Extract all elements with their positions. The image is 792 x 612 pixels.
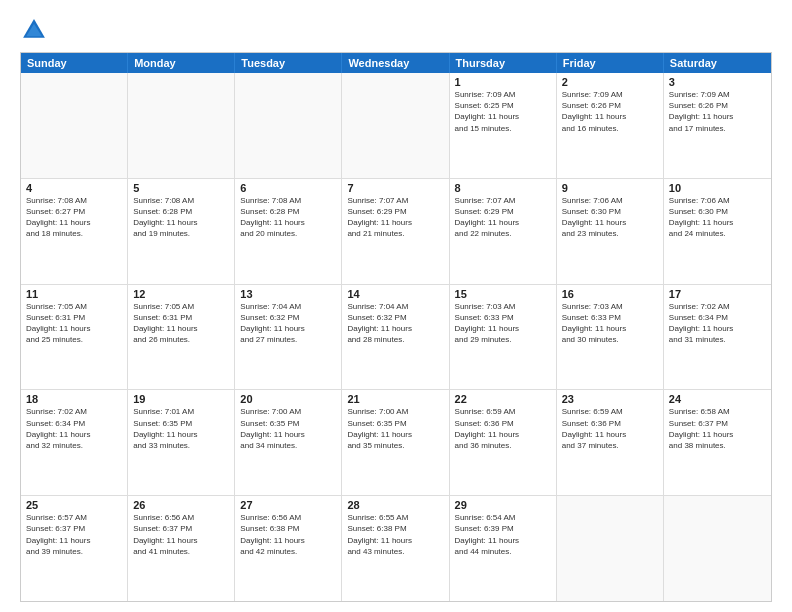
calendar-cell: 7Sunrise: 7:07 AM Sunset: 6:29 PM Daylig…: [342, 179, 449, 284]
calendar-cell: 26Sunrise: 6:56 AM Sunset: 6:37 PM Dayli…: [128, 496, 235, 601]
header: [20, 16, 772, 44]
calendar-cell: 27Sunrise: 6:56 AM Sunset: 6:38 PM Dayli…: [235, 496, 342, 601]
header-day-friday: Friday: [557, 53, 664, 73]
calendar-cell: 6Sunrise: 7:08 AM Sunset: 6:28 PM Daylig…: [235, 179, 342, 284]
calendar-cell: 28Sunrise: 6:55 AM Sunset: 6:38 PM Dayli…: [342, 496, 449, 601]
calendar-row-1: 4Sunrise: 7:08 AM Sunset: 6:27 PM Daylig…: [21, 178, 771, 284]
calendar-cell: 4Sunrise: 7:08 AM Sunset: 6:27 PM Daylig…: [21, 179, 128, 284]
day-number: 1: [455, 76, 551, 88]
calendar-cell: 22Sunrise: 6:59 AM Sunset: 6:36 PM Dayli…: [450, 390, 557, 495]
day-number: 13: [240, 288, 336, 300]
day-number: 20: [240, 393, 336, 405]
day-number: 6: [240, 182, 336, 194]
day-number: 25: [26, 499, 122, 511]
calendar-header: SundayMondayTuesdayWednesdayThursdayFrid…: [21, 53, 771, 73]
day-number: 5: [133, 182, 229, 194]
calendar-cell: 11Sunrise: 7:05 AM Sunset: 6:31 PM Dayli…: [21, 285, 128, 390]
calendar-cell: 12Sunrise: 7:05 AM Sunset: 6:31 PM Dayli…: [128, 285, 235, 390]
header-day-saturday: Saturday: [664, 53, 771, 73]
day-number: 22: [455, 393, 551, 405]
calendar-cell: 23Sunrise: 6:59 AM Sunset: 6:36 PM Dayli…: [557, 390, 664, 495]
day-info: Sunrise: 7:03 AM Sunset: 6:33 PM Dayligh…: [562, 301, 658, 346]
calendar-cell: 24Sunrise: 6:58 AM Sunset: 6:37 PM Dayli…: [664, 390, 771, 495]
day-info: Sunrise: 7:02 AM Sunset: 6:34 PM Dayligh…: [26, 406, 122, 451]
day-info: Sunrise: 7:09 AM Sunset: 6:25 PM Dayligh…: [455, 89, 551, 134]
day-number: 24: [669, 393, 766, 405]
calendar-cell: 14Sunrise: 7:04 AM Sunset: 6:32 PM Dayli…: [342, 285, 449, 390]
day-info: Sunrise: 7:04 AM Sunset: 6:32 PM Dayligh…: [240, 301, 336, 346]
day-info: Sunrise: 7:09 AM Sunset: 6:26 PM Dayligh…: [669, 89, 766, 134]
calendar-cell: 8Sunrise: 7:07 AM Sunset: 6:29 PM Daylig…: [450, 179, 557, 284]
day-info: Sunrise: 6:55 AM Sunset: 6:38 PM Dayligh…: [347, 512, 443, 557]
day-info: Sunrise: 7:06 AM Sunset: 6:30 PM Dayligh…: [562, 195, 658, 240]
day-number: 28: [347, 499, 443, 511]
day-number: 10: [669, 182, 766, 194]
day-number: 19: [133, 393, 229, 405]
calendar-cell: 3Sunrise: 7:09 AM Sunset: 6:26 PM Daylig…: [664, 73, 771, 178]
day-number: 3: [669, 76, 766, 88]
day-info: Sunrise: 7:05 AM Sunset: 6:31 PM Dayligh…: [133, 301, 229, 346]
day-number: 17: [669, 288, 766, 300]
day-number: 27: [240, 499, 336, 511]
calendar-cell: [664, 496, 771, 601]
day-info: Sunrise: 6:56 AM Sunset: 6:38 PM Dayligh…: [240, 512, 336, 557]
calendar-cell: 17Sunrise: 7:02 AM Sunset: 6:34 PM Dayli…: [664, 285, 771, 390]
day-number: 4: [26, 182, 122, 194]
calendar-body: 1Sunrise: 7:09 AM Sunset: 6:25 PM Daylig…: [21, 73, 771, 601]
header-day-wednesday: Wednesday: [342, 53, 449, 73]
day-info: Sunrise: 7:07 AM Sunset: 6:29 PM Dayligh…: [347, 195, 443, 240]
calendar-cell: 21Sunrise: 7:00 AM Sunset: 6:35 PM Dayli…: [342, 390, 449, 495]
day-info: Sunrise: 7:00 AM Sunset: 6:35 PM Dayligh…: [347, 406, 443, 451]
day-number: 7: [347, 182, 443, 194]
day-number: 16: [562, 288, 658, 300]
day-info: Sunrise: 7:07 AM Sunset: 6:29 PM Dayligh…: [455, 195, 551, 240]
calendar-cell: 19Sunrise: 7:01 AM Sunset: 6:35 PM Dayli…: [128, 390, 235, 495]
day-info: Sunrise: 7:00 AM Sunset: 6:35 PM Dayligh…: [240, 406, 336, 451]
header-day-tuesday: Tuesday: [235, 53, 342, 73]
day-number: 21: [347, 393, 443, 405]
calendar-cell: 13Sunrise: 7:04 AM Sunset: 6:32 PM Dayli…: [235, 285, 342, 390]
calendar-cell: 2Sunrise: 7:09 AM Sunset: 6:26 PM Daylig…: [557, 73, 664, 178]
day-info: Sunrise: 6:59 AM Sunset: 6:36 PM Dayligh…: [455, 406, 551, 451]
calendar-cell: [21, 73, 128, 178]
day-number: 18: [26, 393, 122, 405]
day-info: Sunrise: 7:06 AM Sunset: 6:30 PM Dayligh…: [669, 195, 766, 240]
calendar: SundayMondayTuesdayWednesdayThursdayFrid…: [20, 52, 772, 602]
day-number: 23: [562, 393, 658, 405]
day-info: Sunrise: 6:57 AM Sunset: 6:37 PM Dayligh…: [26, 512, 122, 557]
day-info: Sunrise: 7:04 AM Sunset: 6:32 PM Dayligh…: [347, 301, 443, 346]
day-info: Sunrise: 7:02 AM Sunset: 6:34 PM Dayligh…: [669, 301, 766, 346]
day-number: 26: [133, 499, 229, 511]
calendar-cell: 16Sunrise: 7:03 AM Sunset: 6:33 PM Dayli…: [557, 285, 664, 390]
calendar-row-4: 25Sunrise: 6:57 AM Sunset: 6:37 PM Dayli…: [21, 495, 771, 601]
calendar-cell: 29Sunrise: 6:54 AM Sunset: 6:39 PM Dayli…: [450, 496, 557, 601]
calendar-row-3: 18Sunrise: 7:02 AM Sunset: 6:34 PM Dayli…: [21, 389, 771, 495]
day-info: Sunrise: 7:01 AM Sunset: 6:35 PM Dayligh…: [133, 406, 229, 451]
calendar-cell: [235, 73, 342, 178]
calendar-cell: 18Sunrise: 7:02 AM Sunset: 6:34 PM Dayli…: [21, 390, 128, 495]
day-number: 11: [26, 288, 122, 300]
day-number: 14: [347, 288, 443, 300]
calendar-row-0: 1Sunrise: 7:09 AM Sunset: 6:25 PM Daylig…: [21, 73, 771, 178]
day-info: Sunrise: 7:08 AM Sunset: 6:28 PM Dayligh…: [133, 195, 229, 240]
day-info: Sunrise: 6:54 AM Sunset: 6:39 PM Dayligh…: [455, 512, 551, 557]
day-info: Sunrise: 7:05 AM Sunset: 6:31 PM Dayligh…: [26, 301, 122, 346]
calendar-cell: 1Sunrise: 7:09 AM Sunset: 6:25 PM Daylig…: [450, 73, 557, 178]
day-info: Sunrise: 7:08 AM Sunset: 6:27 PM Dayligh…: [26, 195, 122, 240]
calendar-cell: [342, 73, 449, 178]
header-day-sunday: Sunday: [21, 53, 128, 73]
day-info: Sunrise: 6:56 AM Sunset: 6:37 PM Dayligh…: [133, 512, 229, 557]
calendar-cell: 9Sunrise: 7:06 AM Sunset: 6:30 PM Daylig…: [557, 179, 664, 284]
page: SundayMondayTuesdayWednesdayThursdayFrid…: [0, 0, 792, 612]
day-info: Sunrise: 6:58 AM Sunset: 6:37 PM Dayligh…: [669, 406, 766, 451]
calendar-cell: 10Sunrise: 7:06 AM Sunset: 6:30 PM Dayli…: [664, 179, 771, 284]
day-number: 15: [455, 288, 551, 300]
calendar-cell: [128, 73, 235, 178]
day-info: Sunrise: 7:08 AM Sunset: 6:28 PM Dayligh…: [240, 195, 336, 240]
day-info: Sunrise: 7:09 AM Sunset: 6:26 PM Dayligh…: [562, 89, 658, 134]
calendar-cell: 25Sunrise: 6:57 AM Sunset: 6:37 PM Dayli…: [21, 496, 128, 601]
header-day-thursday: Thursday: [450, 53, 557, 73]
logo: [20, 16, 52, 44]
logo-icon: [20, 16, 48, 44]
day-number: 2: [562, 76, 658, 88]
